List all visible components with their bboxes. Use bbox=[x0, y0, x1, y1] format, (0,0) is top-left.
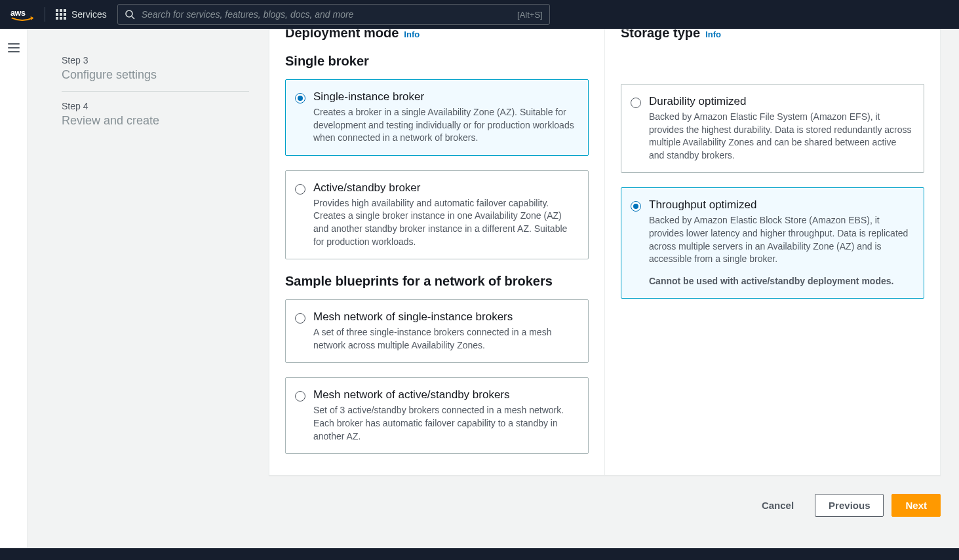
tile-title: Throughput optimized bbox=[649, 198, 912, 212]
tile-desc: Creates a broker in a single Availabilit… bbox=[313, 106, 576, 145]
configuration-card: Deployment mode Info Single broker Singl… bbox=[269, 29, 941, 476]
tile-desc: Set of 3 active/standby brokers connecte… bbox=[313, 404, 576, 443]
tile-note: Cannot be used with active/standby deplo… bbox=[649, 275, 912, 288]
deployment-heading: Deployment mode bbox=[285, 29, 399, 41]
wizard-step-4[interactable]: Step 4 Review and create bbox=[62, 92, 249, 137]
svg-text:aws: aws bbox=[10, 9, 26, 18]
grid-icon bbox=[56, 9, 66, 20]
tile-title: Mesh network of active/standby brokers bbox=[313, 388, 576, 401]
tile-desc: Provides high availability and automatic… bbox=[313, 197, 576, 248]
search-icon bbox=[125, 9, 135, 20]
wizard-step-3[interactable]: Step 3 Configure settings bbox=[62, 46, 249, 92]
tile-single-instance-broker[interactable]: Single-instance broker Creates a broker … bbox=[285, 79, 589, 156]
services-label: Services bbox=[71, 9, 107, 20]
radio-icon bbox=[295, 184, 305, 195]
radio-icon bbox=[295, 313, 305, 324]
cancel-button[interactable]: Cancel bbox=[749, 495, 807, 516]
svg-point-1 bbox=[126, 10, 132, 17]
tile-durability-optimized[interactable]: Durability optimized Backed by Amazon El… bbox=[621, 84, 924, 173]
aws-logo[interactable]: aws bbox=[10, 7, 45, 22]
next-button[interactable]: Next bbox=[891, 494, 941, 517]
svg-line-2 bbox=[132, 16, 134, 19]
single-broker-heading: Single broker bbox=[285, 54, 589, 69]
step-label: Step 4 bbox=[62, 101, 249, 111]
tile-title: Mesh network of single-instance brokers bbox=[313, 310, 576, 324]
tile-desc: Backed by Amazon Elastic Block Store (Am… bbox=[649, 214, 912, 265]
info-link[interactable]: Info bbox=[705, 29, 721, 39]
blueprints-heading: Sample blueprints for a network of broke… bbox=[285, 274, 589, 289]
radio-icon bbox=[295, 93, 305, 103]
wizard-footer: Cancel Previous Next bbox=[269, 494, 941, 517]
step-label: Step 3 bbox=[62, 55, 249, 65]
previous-button[interactable]: Previous bbox=[815, 494, 884, 517]
info-link[interactable]: Info bbox=[404, 29, 420, 39]
tile-title: Single-instance broker bbox=[313, 90, 576, 103]
wizard-steps-sidebar: Step 3 Configure settings Step 4 Review … bbox=[46, 29, 269, 517]
left-rail bbox=[0, 29, 28, 543]
step-title: Configure settings bbox=[62, 68, 249, 82]
radio-icon bbox=[631, 201, 641, 212]
tile-desc: A set of three single-instance brokers c… bbox=[313, 326, 576, 352]
top-nav: aws Services [Alt+S] bbox=[0, 0, 959, 29]
services-menu-button[interactable]: Services bbox=[56, 9, 107, 20]
search-input[interactable] bbox=[142, 9, 511, 20]
tile-title: Durability optimized bbox=[649, 95, 912, 108]
search-shortcut-hint: [Alt+S] bbox=[517, 10, 543, 20]
tile-active-standby-broker[interactable]: Active/standby broker Provides high avai… bbox=[285, 170, 589, 259]
tile-throughput-optimized[interactable]: Throughput optimized Backed by Amazon El… bbox=[621, 187, 924, 299]
storage-type-section: Storage type Info Durability optimized B… bbox=[605, 29, 940, 475]
search-container[interactable]: [Alt+S] bbox=[117, 4, 550, 25]
tile-mesh-active-standby[interactable]: Mesh network of active/standby brokers S… bbox=[285, 377, 589, 454]
radio-icon bbox=[295, 391, 305, 401]
storage-heading: Storage type bbox=[621, 29, 700, 41]
tile-title: Active/standby broker bbox=[313, 181, 576, 195]
hamburger-icon[interactable] bbox=[8, 41, 20, 55]
deployment-mode-section: Deployment mode Info Single broker Singl… bbox=[269, 29, 605, 475]
radio-icon bbox=[631, 98, 641, 108]
tile-desc: Backed by Amazon Elastic File System (Am… bbox=[649, 111, 912, 162]
tile-mesh-single-instance[interactable]: Mesh network of single-instance brokers … bbox=[285, 299, 589, 363]
step-title: Review and create bbox=[62, 114, 249, 128]
